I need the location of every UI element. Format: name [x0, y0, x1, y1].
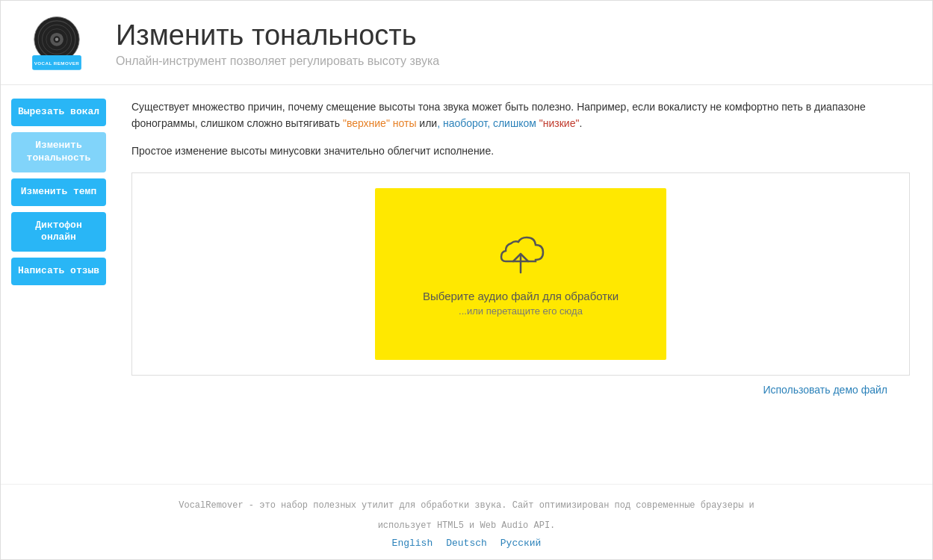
footer-links: English Deutsch Русский [16, 538, 917, 549]
sidebar: Вырезать вокал Изменить тональность Изме… [1, 85, 117, 484]
description-paragraph1: Существует множество причин, почему смещ… [131, 99, 910, 132]
description-paragraph2: Простое изменение высоты минусовки значи… [131, 143, 910, 159]
footer-text-line2: использует HTML5 и Web Audio API. [16, 518, 917, 533]
upload-zone[interactable]: Выберите аудио файл для обработки ...или… [375, 188, 666, 360]
sidebar-btn-review[interactable]: Написать отзыв [11, 258, 106, 285]
upload-sublabel: ...или перетащите его сюда [459, 305, 583, 317]
highlight-upper-notes: "верхние" ноты [343, 117, 417, 129]
sidebar-btn-tempo[interactable]: Изменить темп [11, 178, 106, 206]
content-area: Существует множество причин, почему смещ… [117, 85, 932, 484]
logo-area: VOCAL REMOVER [16, 14, 98, 74]
upload-label: Выберите аудио файл для обработки [423, 290, 619, 302]
main-content: Вырезать вокал Изменить тональность Изме… [1, 85, 932, 484]
sidebar-btn-tonality[interactable]: Изменить тональность [11, 132, 106, 172]
page-title: Изменить тональность [116, 20, 439, 52]
svg-text:VOCAL REMOVER: VOCAL REMOVER [34, 60, 80, 66]
header: VOCAL REMOVER Изменить тональность Онлай… [1, 1, 932, 85]
page-subtitle: Онлайн-инструмент позволяет регулировать… [116, 55, 439, 68]
upload-cloud-icon [494, 231, 548, 279]
sidebar-btn-vocal[interactable]: Вырезать вокал [11, 99, 106, 126]
footer-link-russian[interactable]: Русский [500, 538, 542, 549]
header-titles: Изменить тональность Онлайн-инструмент п… [116, 20, 439, 68]
footer-text-line1: VocalRemover - это набор полезных утилит… [16, 498, 917, 513]
sidebar-btn-dictaphone[interactable]: Диктофон онлайн [11, 212, 106, 252]
footer-link-deutsch[interactable]: Deutsch [446, 538, 487, 549]
demo-link[interactable]: Использовать демо файл [763, 384, 887, 396]
upload-container: Выберите аудио файл для обработки ...или… [131, 172, 910, 376]
highlight-naoprot: , наоборот, слишком [437, 117, 539, 129]
footer: VocalRemover - это набор полезных утилит… [1, 484, 932, 559]
footer-link-english[interactable]: English [392, 538, 433, 549]
svg-point-6 [55, 38, 58, 41]
demo-link-row: Использовать демо файл [131, 376, 910, 404]
highlight-low-notes: "низкие" [539, 117, 580, 129]
logo-vinyl-icon: VOCAL REMOVER [27, 14, 87, 74]
